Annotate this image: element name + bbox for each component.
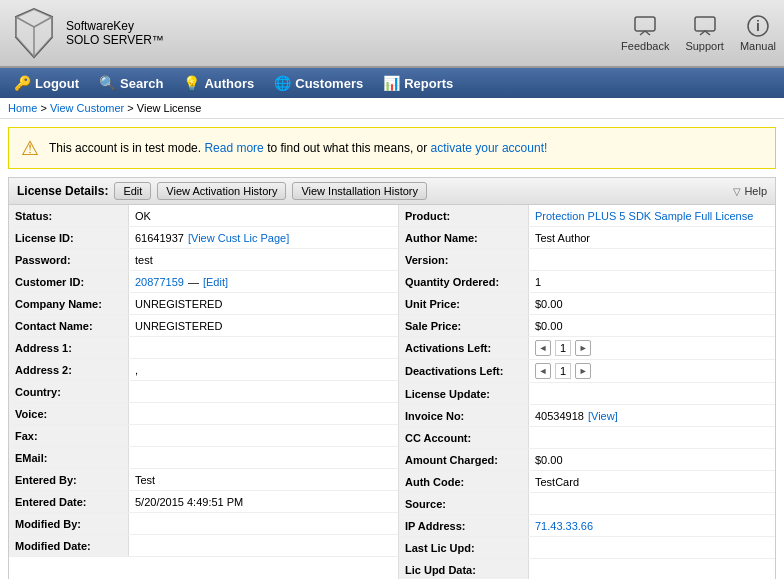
left-field-row: Fax:: [9, 425, 398, 447]
field-label: Last Lic Upd:: [399, 537, 529, 558]
main-content: Status:OKLicense ID:61641937 [View Cust …: [9, 205, 775, 579]
field-link-edit[interactable]: [Edit]: [203, 276, 228, 288]
help-button[interactable]: ▽ Help: [733, 185, 767, 197]
field-value: UNREGISTERED: [129, 315, 398, 336]
field-label: Auth Code:: [399, 471, 529, 492]
field-value: 5/20/2015 4:49:51 PM: [129, 491, 398, 512]
field-label: Version:: [399, 249, 529, 270]
field-link[interactable]: Protection PLUS 5 SDK Sample Full Licens…: [535, 210, 753, 222]
field-value: [529, 383, 775, 404]
field-value: [129, 447, 398, 468]
reports-icon: 📊: [383, 75, 400, 91]
field-label: EMail:: [9, 447, 129, 468]
stepper-increase-button[interactable]: ►: [575, 363, 591, 379]
stepper-increase-button[interactable]: ►: [575, 340, 591, 356]
field-value: Protection PLUS 5 SDK Sample Full Licens…: [529, 205, 775, 226]
search-nav[interactable]: 🔍 Search: [89, 68, 173, 98]
view-installation-history-button[interactable]: View Installation History: [292, 182, 427, 200]
field-value: $0.00: [529, 449, 775, 470]
customers-icon: 🌐: [274, 75, 291, 91]
field-label: Password:: [9, 249, 129, 270]
left-field-row: Address 1:: [9, 337, 398, 359]
activate-account-link[interactable]: activate your account!: [431, 141, 548, 155]
search-icon: 🔍: [99, 75, 116, 91]
field-label: Address 2:: [9, 359, 129, 380]
field-link[interactable]: [View Cust Lic Page]: [188, 232, 289, 244]
field-value: 1: [529, 271, 775, 292]
edit-button[interactable]: Edit: [114, 182, 151, 200]
right-field-row: Deactivations Left:◄1►: [399, 360, 775, 383]
license-section: License Details: Edit View Activation Hi…: [8, 177, 776, 579]
reports-nav[interactable]: 📊 Reports: [373, 68, 463, 98]
current-page: View License: [137, 102, 202, 114]
stepper-decrease-button[interactable]: ◄: [535, 340, 551, 356]
feedback-link[interactable]: Feedback: [621, 14, 669, 52]
left-field-row: Modified Date:: [9, 535, 398, 557]
field-link[interactable]: 71.43.33.66: [535, 520, 593, 532]
left-field-row: Voice:: [9, 403, 398, 425]
view-activation-history-button[interactable]: View Activation History: [157, 182, 286, 200]
svg-rect-7: [635, 17, 655, 31]
field-label: CC Account:: [399, 427, 529, 448]
manual-icon: i: [746, 14, 770, 38]
license-header: License Details: Edit View Activation Hi…: [9, 178, 775, 205]
right-field-row: Lic Upd Data:: [399, 559, 775, 579]
warning-icon: ⚠: [21, 136, 39, 160]
field-label: Contact Name:: [9, 315, 129, 336]
right-field-row: Product:Protection PLUS 5 SDK Sample Ful…: [399, 205, 775, 227]
left-field-row: Customer ID:20877159 — [Edit]: [9, 271, 398, 293]
field-label: Source:: [399, 493, 529, 514]
field-label: Unit Price:: [399, 293, 529, 314]
right-field-row: CC Account:: [399, 427, 775, 449]
license-details-label: License Details:: [17, 184, 108, 198]
left-field-row: Entered Date:5/20/2015 4:49:51 PM: [9, 491, 398, 513]
field-label: Modified By:: [9, 513, 129, 534]
right-field-row: Amount Charged:$0.00: [399, 449, 775, 471]
field-value: test: [129, 249, 398, 270]
logo-text: SoftwareKey SOLO SERVER™: [66, 19, 164, 47]
left-field-row: License ID:61641937 [View Cust Lic Page]: [9, 227, 398, 249]
field-value: [129, 535, 398, 556]
manual-link[interactable]: i Manual: [740, 14, 776, 52]
right-field-row: Source:: [399, 493, 775, 515]
read-more-link[interactable]: Read more: [204, 141, 263, 155]
right-field-row: IP Address:71.43.33.66: [399, 515, 775, 537]
field-value: 40534918 [View]: [529, 405, 775, 426]
field-label: Modified Date:: [9, 535, 129, 556]
brand-sub: SOLO SERVER™: [66, 33, 164, 47]
field-value: [529, 559, 775, 579]
home-link[interactable]: Home: [8, 102, 37, 114]
right-field-row: Last Lic Upd:: [399, 537, 775, 559]
field-label: Entered Date:: [9, 491, 129, 512]
field-label: Customer ID:: [9, 271, 129, 292]
authors-nav[interactable]: 💡 Authors: [173, 68, 264, 98]
field-value: 61641937 [View Cust Lic Page]: [129, 227, 398, 248]
logout-nav[interactable]: 🔑 Logout: [4, 68, 89, 98]
field-value: ◄1►: [529, 360, 775, 382]
field-value: $0.00: [529, 293, 775, 314]
customers-nav[interactable]: 🌐 Customers: [264, 68, 373, 98]
support-link[interactable]: Support: [685, 14, 724, 52]
brand-name: SoftwareKey: [66, 19, 164, 33]
field-label: Amount Charged:: [399, 449, 529, 470]
field-link[interactable]: 20877159: [135, 276, 184, 288]
field-value: Test: [129, 469, 398, 490]
stepper-decrease-button[interactable]: ◄: [535, 363, 551, 379]
field-label: Product:: [399, 205, 529, 226]
field-value: ,: [129, 359, 398, 380]
left-field-row: Company Name:UNREGISTERED: [9, 293, 398, 315]
right-field-row: Activations Left:◄1►: [399, 337, 775, 360]
left-field-row: EMail:: [9, 447, 398, 469]
right-field-row: Unit Price:$0.00: [399, 293, 775, 315]
view-customer-link[interactable]: View Customer: [50, 102, 124, 114]
left-column: Status:OKLicense ID:61641937 [View Cust …: [9, 205, 399, 579]
field-value: ◄1►: [529, 337, 775, 359]
field-label: Activations Left:: [399, 337, 529, 359]
right-field-row: Version:: [399, 249, 775, 271]
breadcrumb: Home > View Customer > View License: [0, 98, 784, 119]
field-label: Sale Price:: [399, 315, 529, 336]
right-field-row: Sale Price:$0.00: [399, 315, 775, 337]
field-value: OK: [129, 205, 398, 226]
field-label: Deactivations Left:: [399, 360, 529, 382]
field-link[interactable]: [View]: [588, 410, 618, 422]
